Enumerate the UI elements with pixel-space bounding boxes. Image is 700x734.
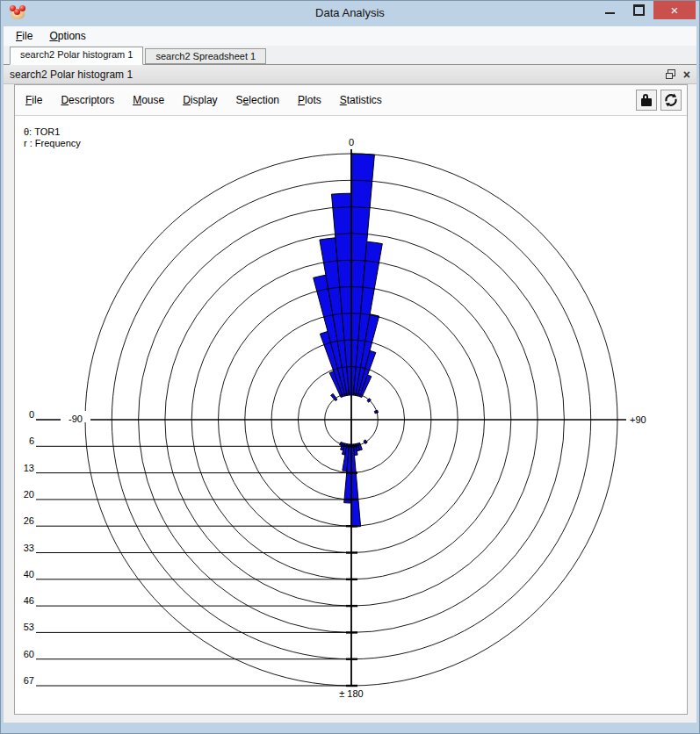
menu-descriptors[interactable]: Descriptors bbox=[61, 94, 114, 106]
chart-label: ± 180 bbox=[339, 688, 363, 699]
plot-panel: FileDescriptorsMouseDisplaySelectionPlot… bbox=[14, 84, 688, 715]
plot-menubar: FileDescriptorsMouseDisplaySelectionPlot… bbox=[15, 85, 687, 116]
chart-label: 53 bbox=[24, 622, 34, 632]
polar-histogram-chart[interactable]: 061320263340465360670-90+90± 180 bbox=[15, 116, 687, 714]
window-title: Data Analysis bbox=[1, 1, 699, 26]
window-controls: × bbox=[595, 1, 696, 19]
main-menubar: FileOptions bbox=[4, 26, 696, 46]
close-icon: × bbox=[671, 2, 679, 19]
minimize-button[interactable] bbox=[595, 1, 624, 19]
chart-label: 46 bbox=[24, 595, 34, 606]
refresh-button[interactable] bbox=[660, 90, 682, 111]
lock-icon bbox=[641, 94, 652, 106]
lock-button[interactable] bbox=[636, 90, 657, 111]
panel-close-icon[interactable]: × bbox=[683, 69, 690, 80]
menu-plots[interactable]: Plots bbox=[298, 94, 321, 106]
chart-label: 0 bbox=[29, 409, 34, 420]
maximize-button[interactable] bbox=[624, 1, 653, 19]
menu-statistics[interactable]: Statistics bbox=[340, 94, 382, 106]
chart-label: 60 bbox=[24, 649, 34, 659]
tab-bar: search2 Polar histogram 1 search2 Spread… bbox=[4, 46, 696, 65]
chart-label: 13 bbox=[24, 463, 34, 473]
menu-selection[interactable]: Selection bbox=[236, 94, 279, 106]
title-bar: Data Analysis × bbox=[1, 1, 699, 26]
panel-header: search2 Polar histogram 1 × bbox=[4, 65, 696, 84]
menu-options[interactable]: Options bbox=[49, 30, 85, 42]
menu-file[interactable]: File bbox=[25, 94, 42, 106]
menu-display[interactable]: Display bbox=[183, 94, 217, 106]
theta-axis-label: θ: TOR1 bbox=[24, 126, 60, 137]
chart-label: 26 bbox=[24, 515, 34, 526]
menu-mouse[interactable]: Mouse bbox=[133, 94, 164, 106]
chart-label: -90 bbox=[69, 414, 83, 424]
chart-label: 20 bbox=[24, 489, 34, 500]
refresh-icon bbox=[664, 93, 678, 107]
toolbar-buttons bbox=[636, 90, 682, 111]
histogram-bar[interactable] bbox=[351, 444, 361, 527]
chart-label: 0 bbox=[349, 137, 354, 148]
panel-title: search2 Polar histogram 1 bbox=[10, 68, 133, 81]
tab-spreadsheet[interactable]: search2 Spreadsheet 1 bbox=[145, 48, 266, 64]
chart-label: 6 bbox=[29, 435, 34, 446]
minimize-icon bbox=[605, 12, 615, 14]
r-axis-label: r : Frequency bbox=[24, 138, 81, 148]
chart-label: 40 bbox=[24, 569, 34, 579]
polar-grid bbox=[36, 149, 626, 686]
chart-label: 33 bbox=[24, 543, 34, 553]
maximize-icon bbox=[633, 4, 645, 16]
chart-label: 67 bbox=[24, 675, 34, 686]
plot-area[interactable]: θ: TOR1 r : Frequency 061320263340465360… bbox=[15, 116, 687, 714]
app-window: Data Analysis × FileOptions search2 Pola… bbox=[0, 0, 700, 734]
chart-label: +90 bbox=[630, 414, 646, 425]
tab-polar-histogram[interactable]: search2 Polar histogram 1 bbox=[10, 47, 143, 65]
float-panel-icon[interactable] bbox=[666, 69, 675, 79]
close-button[interactable]: × bbox=[653, 1, 696, 19]
menu-file[interactable]: File bbox=[16, 30, 32, 42]
